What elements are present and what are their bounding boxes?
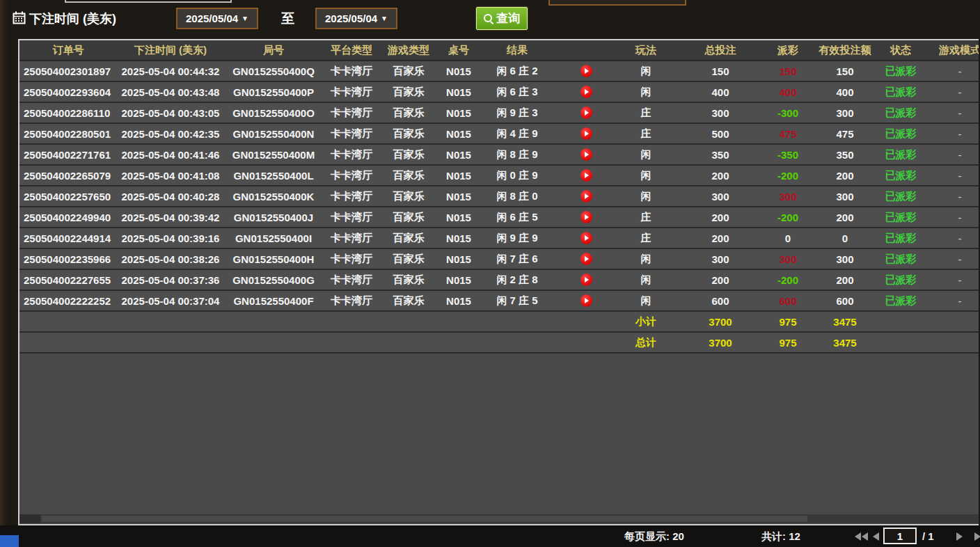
- cell-payout: -200: [767, 207, 809, 227]
- query-button[interactable]: 查询: [476, 7, 528, 30]
- play-video-icon[interactable]: [580, 211, 592, 223]
- first-page-icon[interactable]: [862, 532, 868, 541]
- cell-bet-time: 2025-05-04 00:41:46: [117, 145, 224, 164]
- cell-play: [554, 82, 618, 102]
- horizontal-scrollbar[interactable]: [19, 514, 979, 523]
- scrollbar-thumb[interactable]: [42, 516, 807, 522]
- play-video-icon[interactable]: [580, 294, 592, 307]
- table-row: 2505040022359662025-05-04 00:38:26GN0152…: [19, 249, 979, 270]
- cell-round-id: GN0152550400O: [224, 103, 323, 122]
- cell-platform-type: 卡卡湾厅: [323, 61, 380, 81]
- cell-round-id: GN0152550400P: [224, 82, 323, 102]
- table-row: 2505040022805012025-05-04 00:42:35GN0152…: [19, 124, 979, 145]
- cell-order-number: 250504002265079: [19, 166, 117, 185]
- cell-play: [554, 270, 618, 290]
- cutoff-input-fragment: [65, 0, 232, 3]
- cell-play: [554, 103, 618, 122]
- table-row: 2505040022650792025-05-04 00:41:08GN0152…: [19, 166, 979, 187]
- play-video-icon[interactable]: [580, 127, 592, 140]
- date-from-select[interactable]: 2025/05/04 ▼: [176, 8, 258, 29]
- page-total-label: / 1: [922, 530, 934, 542]
- cell-bet-time: 2025-05-04 00:39:42: [117, 207, 224, 227]
- cell-empty: [437, 333, 480, 352]
- cell-game-mode: -: [920, 82, 979, 102]
- cell-game-mode: -: [920, 61, 979, 81]
- table-row: 2505040022861102025-05-04 00:43:05GN0152…: [19, 103, 979, 124]
- col-header-game-mode: 游戏模式: [920, 40, 979, 60]
- cell-payout: -200: [767, 270, 809, 290]
- date-from-value: 2025/05/04: [186, 13, 238, 24]
- cell-valid-bet: 300: [809, 103, 881, 122]
- cell-table-number: N015: [437, 207, 480, 227]
- cell-play: [554, 145, 618, 164]
- col-header-table-number: 桌号: [437, 40, 480, 60]
- page-number-input[interactable]: [883, 528, 917, 544]
- first-page-icon[interactable]: [855, 532, 861, 541]
- cell-empty: [224, 333, 323, 352]
- cell-bet-side: 庄: [618, 103, 674, 122]
- cell-game-mode: -: [920, 270, 979, 290]
- cell-status: 已派彩: [881, 145, 920, 164]
- cell-grand-total-payout: 975: [767, 333, 809, 352]
- date-range-to-label: 至: [281, 10, 294, 28]
- page-left-edge: [0, 0, 7, 525]
- play-video-icon[interactable]: [580, 190, 592, 203]
- col-header-round-id: 局号: [224, 40, 323, 60]
- cell-valid-bet: 350: [809, 145, 881, 164]
- play-video-icon[interactable]: [580, 65, 592, 77]
- record-count-label: 共计: 12: [761, 530, 800, 544]
- cell-payout: -350: [767, 145, 809, 164]
- cell-subtotal-label: 小计: [618, 312, 674, 331]
- cell-platform-type: 卡卡湾厅: [323, 166, 380, 185]
- magnifier-icon: [484, 14, 493, 24]
- table-body: 2505040023018972025-05-04 00:44:32GN0152…: [19, 61, 979, 354]
- play-video-icon[interactable]: [580, 148, 592, 161]
- cell-bet-time: 2025-05-04 00:42:35: [117, 124, 224, 143]
- grand-total-row: 总计37009753475: [19, 333, 979, 354]
- cutoff-dropdown-fragment: [548, 0, 686, 6]
- cell-subtotal-total-bet: 3700: [674, 312, 767, 331]
- cell-game-mode: -: [920, 207, 979, 227]
- cell-play: [554, 166, 618, 185]
- cell-table-number: N015: [437, 187, 480, 206]
- cell-result: 闲 9 庄 9: [480, 228, 554, 248]
- play-video-icon[interactable]: [580, 253, 592, 265]
- cell-bet-side: 闲: [618, 61, 674, 81]
- cell-table-number: N015: [437, 249, 480, 269]
- cell-table-number: N015: [437, 82, 480, 102]
- cell-result: 闲 6 庄 5: [480, 207, 554, 227]
- play-video-icon[interactable]: [580, 106, 592, 119]
- play-video-icon[interactable]: [580, 232, 592, 244]
- taskbar-chip[interactable]: [0, 535, 19, 547]
- cell-game-type: 百家乐: [380, 166, 437, 185]
- cell-game-mode: -: [920, 166, 979, 185]
- previous-page-icon[interactable]: [873, 532, 879, 541]
- cell-round-id: GN0152550400N: [224, 124, 323, 143]
- play-video-icon[interactable]: [580, 86, 592, 98]
- last-page-icon[interactable]: [974, 532, 980, 541]
- date-to-value: 2025/05/04: [325, 13, 377, 24]
- cell-play: [554, 228, 618, 248]
- cell-total-bet: 600: [674, 291, 767, 310]
- scrollbar-left-button[interactable]: [19, 514, 40, 523]
- bet-records-table: 订单号下注时间 (美东)局号平台类型游戏类型桌号结果玩法总投注派彩有效投注额状态…: [18, 39, 979, 525]
- cell-result: 闲 7 庄 6: [480, 249, 554, 269]
- col-header-valid-bet: 有效投注额: [809, 40, 881, 60]
- cell-result: 闲 4 庄 9: [480, 124, 554, 143]
- cell-bet-side: 庄: [618, 207, 674, 227]
- cell-play: [554, 249, 618, 269]
- cell-total-bet: 300: [674, 103, 767, 122]
- next-page-icon[interactable]: [956, 532, 963, 541]
- date-to-select[interactable]: 2025/05/04 ▼: [315, 8, 397, 29]
- cell-bet-time: 2025-05-04 00:37:04: [117, 291, 224, 310]
- play-video-icon[interactable]: [580, 169, 592, 182]
- cell-valid-bet: 150: [809, 61, 881, 81]
- play-video-icon[interactable]: [580, 274, 592, 286]
- pagination-bar: 每页显示: 20 共计: 12 / 1: [0, 525, 980, 547]
- cell-order-number: 250504002222252: [19, 291, 117, 310]
- cell-valid-bet: 0: [809, 228, 881, 248]
- cell-order-number: 250504002235966: [19, 249, 117, 269]
- cell-valid-bet: 200: [809, 270, 881, 290]
- cell-status: 已派彩: [881, 124, 920, 143]
- cell-platform-type: 卡卡湾厅: [323, 82, 380, 102]
